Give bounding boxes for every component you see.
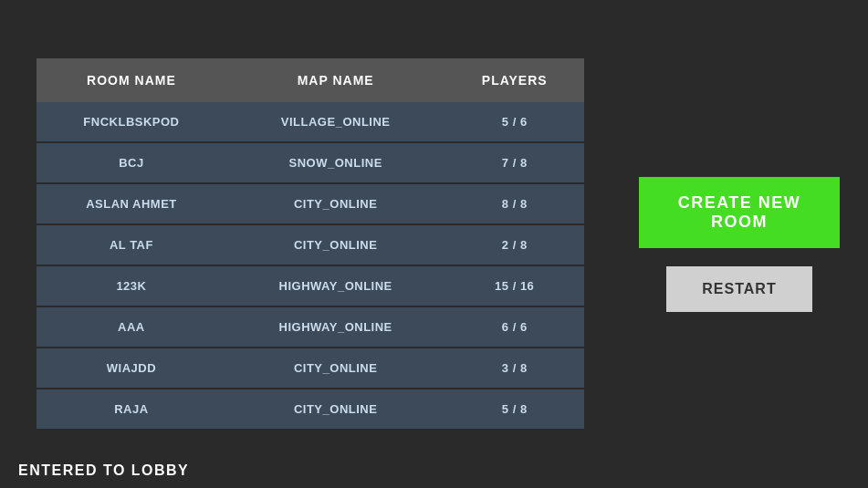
- map-name-cell: SNOW_ONLINE: [226, 142, 445, 183]
- room-name-cell: FNCKLBSKPOD: [37, 102, 226, 142]
- status-bar: ENTERED TO LOBBY: [18, 462, 189, 479]
- players-cell: 8 / 8: [444, 183, 584, 224]
- room-name-cell: AAA: [37, 306, 226, 348]
- col-players: PLAYERS: [444, 58, 584, 102]
- room-name-cell: WIAJDD: [37, 348, 226, 389]
- room-name-cell: BCJ: [37, 142, 226, 183]
- map-name-cell: CITY_ONLINE: [226, 224, 445, 265]
- table-row[interactable]: FNCKLBSKPODVILLAGE_ONLINE5 / 6: [37, 102, 584, 142]
- room-name-cell: RAJA: [37, 389, 226, 430]
- col-map-name: MAP NAME: [226, 58, 445, 102]
- players-cell: 3 / 8: [444, 348, 584, 389]
- map-name-cell: CITY_ONLINE: [226, 389, 445, 430]
- table-row[interactable]: RAJACITY_ONLINE5 / 8: [37, 389, 584, 430]
- room-name-cell: 123K: [37, 265, 226, 306]
- players-cell: 7 / 8: [444, 142, 584, 183]
- main-container: ROOM NAME MAP NAME PLAYERS FNCKLBSKPODVI…: [0, 0, 868, 488]
- table-row[interactable]: AL TAFCITY_ONLINE2 / 8: [37, 224, 584, 265]
- col-room-name: ROOM NAME: [37, 58, 226, 102]
- create-room-button[interactable]: CREATE NEW ROOM: [639, 177, 840, 248]
- players-cell: 5 / 8: [444, 389, 584, 430]
- table-row[interactable]: ASLAN AHMETCITY_ONLINE8 / 8: [37, 183, 584, 224]
- players-cell: 6 / 6: [444, 306, 584, 348]
- restart-button[interactable]: RESTART: [666, 266, 812, 312]
- status-message: ENTERED TO LOBBY: [18, 462, 189, 478]
- players-cell: 15 / 16: [444, 265, 584, 306]
- table-header-row: ROOM NAME MAP NAME PLAYERS: [37, 58, 584, 102]
- map-name-cell: HIGHWAY_ONLINE: [226, 265, 445, 306]
- room-name-cell: ASLAN AHMET: [37, 183, 226, 224]
- room-name-cell: AL TAF: [37, 224, 226, 265]
- rooms-table: ROOM NAME MAP NAME PLAYERS FNCKLBSKPODVI…: [37, 58, 584, 431]
- right-panel: CREATE NEW ROOM RESTART: [639, 177, 840, 312]
- players-cell: 5 / 6: [444, 102, 584, 142]
- table-row[interactable]: AAAHIGHWAY_ONLINE6 / 6: [37, 306, 584, 348]
- map-name-cell: HIGHWAY_ONLINE: [226, 306, 445, 348]
- players-cell: 2 / 8: [444, 224, 584, 265]
- map-name-cell: CITY_ONLINE: [226, 183, 445, 224]
- map-name-cell: VILLAGE_ONLINE: [226, 102, 445, 142]
- table-container: ROOM NAME MAP NAME PLAYERS FNCKLBSKPODVI…: [37, 58, 584, 431]
- table-row[interactable]: WIAJDDCITY_ONLINE3 / 8: [37, 348, 584, 389]
- table-row[interactable]: 123KHIGHWAY_ONLINE15 / 16: [37, 265, 584, 306]
- map-name-cell: CITY_ONLINE: [226, 348, 445, 389]
- table-row[interactable]: BCJSNOW_ONLINE7 / 8: [37, 142, 584, 183]
